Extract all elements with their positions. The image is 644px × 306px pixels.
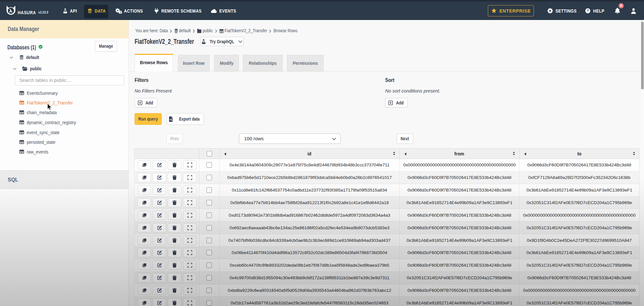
svg-text:?: ? <box>587 9 589 13</box>
